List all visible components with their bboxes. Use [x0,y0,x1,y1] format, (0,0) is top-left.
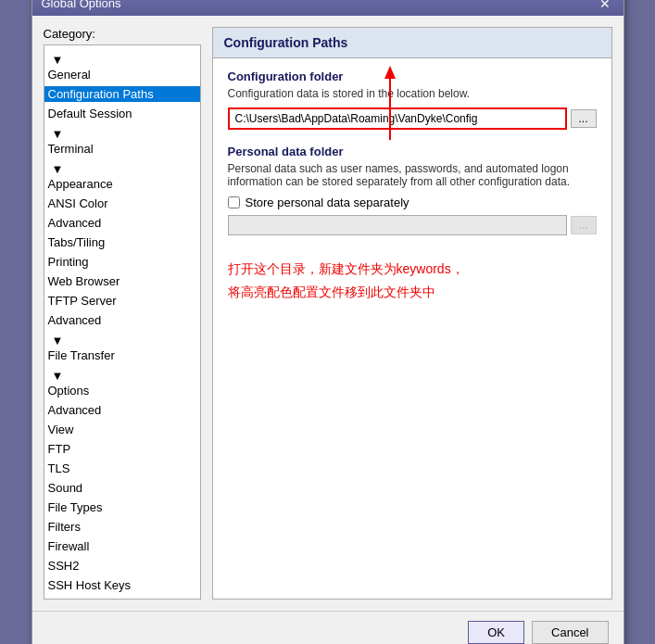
tree-item-default-session[interactable]: Default Session [44,104,200,123]
personal-folder-title: Personal data folder [228,145,597,158]
tree-item-advanced-options[interactable]: Advanced [44,400,200,420]
tree-item-sound[interactable]: Sound [44,478,200,498]
annotation-line2: 将高亮配色配置文件移到此文件夹中 [228,281,597,304]
personal-path-row: ... [228,215,597,235]
tree-item-appearance[interactable]: ▼ Appearance [44,158,200,194]
tree-item-file-transfer[interactable]: ▼ File Transfer [44,330,200,365]
tree-item-general[interactable]: ▼ General [44,49,200,84]
tree-item-options[interactable]: ▼ Options [44,365,200,400]
store-personal-checkbox[interactable] [228,196,240,208]
tree-item-ansi-color[interactable]: ANSI Color [44,194,200,213]
category-tree: ▼ General Configuration Paths Default Se… [44,44,201,600]
dialog-body: Category: ▼ General Configuration Paths … [32,16,624,611]
config-path-row: ... [228,107,597,130]
tree-item-tls[interactable]: TLS [44,459,200,478]
annotation-text: 打开这个目录，新建文件夹为keywords， 将高亮配色配置文件移到此文件夹中 [228,258,597,304]
store-personal-label: Store personal data separately [246,196,409,209]
tree-item-ssh2[interactable]: SSH2 [44,556,200,575]
tree-item-tabs-tiling[interactable]: Tabs/Tiling [44,233,200,252]
close-button[interactable]: ✕ [596,0,614,10]
tree-item-advanced-terminal[interactable]: Advanced [44,310,200,330]
annotation-line1: 打开这个目录，新建文件夹为keywords， [228,258,597,281]
global-options-dialog: Global Options ✕ Category: ▼ General Con… [31,0,624,644]
personal-folder-desc: Personal data such as user names, passwo… [228,162,597,188]
category-panel: Category: ▼ General Configuration Paths … [44,27,201,600]
tree-item-web-browser[interactable]: Web Browser [44,271,200,291]
content-header: Configuration Paths [213,28,611,58]
tree-item-terminal[interactable]: ▼ Terminal [44,123,200,158]
config-browse-button[interactable]: ... [571,109,597,128]
title-bar: Global Options ✕ [32,0,624,16]
dialog-title: Global Options [42,0,121,10]
personal-path-input [228,215,567,235]
tree-item-ssh-host-keys[interactable]: SSH Host Keys [44,575,200,595]
red-arrow-svg [372,66,409,149]
tree-item-firewall[interactable]: Firewall [44,537,200,556]
content-panel: Configuration Paths Configuration folder… [212,27,612,600]
ok-button[interactable]: OK [468,621,524,644]
tree-item-filters[interactable]: Filters [44,517,200,537]
content-body: Configuration folder Configuration data … [213,58,611,599]
svg-marker-1 [384,66,396,79]
dialog-footer: OK Cancel [32,611,624,644]
tree-item-printing[interactable]: Printing [44,252,200,271]
tree-item-advanced-appearance[interactable]: Advanced [44,213,200,233]
cancel-button[interactable]: Cancel [532,621,608,644]
tree-item-ftp[interactable]: FTP [44,439,200,459]
tree-item-tftp-server[interactable]: TFTP Server [44,291,200,310]
personal-browse-button: ... [571,216,597,234]
store-personal-row: Store personal data separately [228,196,597,209]
personal-folder-section: Personal data folder Personal data such … [228,145,597,235]
tree-item-view[interactable]: View [44,420,200,439]
config-folder-title: Configuration folder [228,69,597,83]
config-folder-desc: Configuration data is stored in the loca… [228,87,597,100]
tree-item-configuration-paths[interactable]: Configuration Paths [44,84,200,104]
category-label: Category: [44,27,201,41]
tree-item-file-types[interactable]: File Types [44,498,200,517]
